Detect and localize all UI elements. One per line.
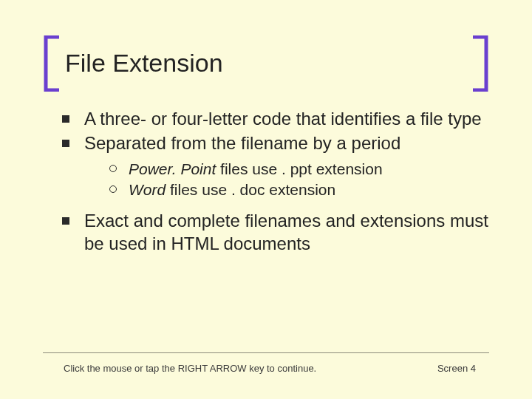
bullet-list: A three- or four-letter code that identi… (62, 108, 489, 255)
bullet-text: A three- or four-letter code that identi… (84, 109, 482, 129)
footer-screen-number: Screen 4 (437, 363, 476, 374)
footer-instruction: Click the mouse or tap the RIGHT ARROW k… (64, 363, 316, 374)
sub-bullet-emph: Word (129, 181, 166, 198)
bullet-text: Exact and complete filenames and extensi… (84, 211, 488, 253)
sub-bullet-rest: files use . ppt extension (216, 160, 382, 177)
list-item: Power. Point files use . ppt extension (109, 159, 489, 179)
sub-bullet-emph: Power. Point (129, 160, 216, 177)
sub-bullet-rest: files use . doc extension (166, 181, 335, 198)
footer-divider (43, 352, 489, 353)
sub-bullet-list: Power. Point files use . ppt extension W… (84, 159, 489, 200)
bracket-right-icon (473, 35, 489, 92)
bullet-text: Separated from the filename by a period (84, 133, 400, 153)
title-row: File Extension (43, 35, 489, 92)
list-item: Exact and complete filenames and extensi… (62, 210, 489, 255)
bracket-left-icon (43, 35, 59, 92)
slide[interactable]: File Extension A three- or four-letter c… (0, 0, 532, 399)
list-item: A three- or four-letter code that identi… (62, 108, 489, 131)
list-item: Word files use . doc extension (109, 180, 489, 200)
slide-body: A three- or four-letter code that identi… (43, 108, 489, 255)
slide-title: File Extension (59, 50, 473, 77)
list-item: Separated from the filename by a period … (62, 132, 489, 200)
